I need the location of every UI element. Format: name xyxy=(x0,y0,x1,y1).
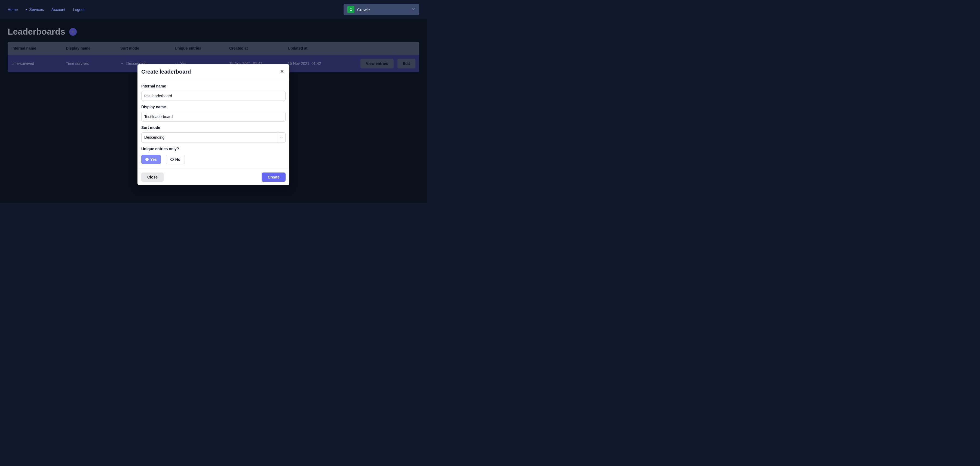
modal-title: Create leaderboard xyxy=(141,69,191,75)
modal-body: Internal name Display name Sort mode Des… xyxy=(137,79,290,169)
create-leaderboard-modal: Create leaderboard Internal name Display… xyxy=(137,64,290,185)
sort-mode-value: Descending xyxy=(142,133,277,142)
label-display-name: Display name xyxy=(141,105,286,109)
radio-dot-icon xyxy=(170,158,174,161)
internal-name-field[interactable] xyxy=(141,91,286,101)
radio-yes[interactable]: Yes xyxy=(141,155,161,164)
radio-dot-icon xyxy=(145,158,149,161)
radio-no-label: No xyxy=(175,157,180,161)
close-icon xyxy=(280,69,285,74)
label-unique-entries: Unique entries only? xyxy=(141,147,286,151)
radio-yes-label: Yes xyxy=(150,157,157,161)
modal-header: Create leaderboard xyxy=(137,64,290,79)
display-name-field[interactable] xyxy=(141,112,286,121)
close-button[interactable] xyxy=(280,69,285,75)
unique-entries-radio: Yes No xyxy=(141,155,286,164)
create-button[interactable]: Create xyxy=(262,172,286,182)
chevron-down-icon xyxy=(277,133,285,142)
label-sort-mode: Sort mode xyxy=(141,125,286,130)
label-internal-name: Internal name xyxy=(141,84,286,88)
sort-mode-select[interactable]: Descending xyxy=(141,132,286,143)
radio-no[interactable]: No xyxy=(166,155,185,164)
modal-footer: Close Create xyxy=(137,169,290,185)
close-modal-button[interactable]: Close xyxy=(141,172,164,182)
modal-backdrop: Create leaderboard Internal name Display… xyxy=(0,0,427,203)
